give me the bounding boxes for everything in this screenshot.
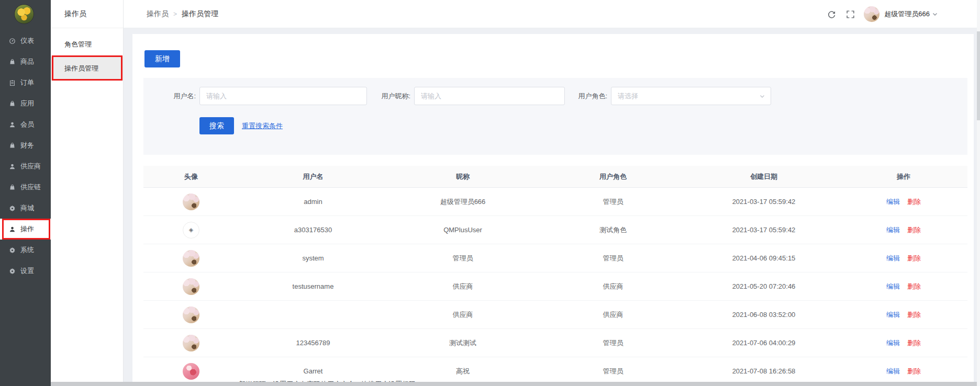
created-cell: 2021-07-08 16:26:58 (688, 367, 840, 375)
role-select[interactable]: 请选择 (611, 87, 771, 105)
nickname-cell: 供应商 (387, 310, 538, 320)
search-field-nickname: 用户昵称: (366, 87, 565, 105)
sidebar-item-dashboard[interactable]: 仪表 (0, 30, 51, 51)
edit-link[interactable]: 编辑 (886, 226, 900, 234)
sidebar-item-mall[interactable]: 商城 (0, 198, 51, 219)
actions-cell: 编辑删除 (840, 197, 967, 207)
vertical-scrollbar[interactable] (977, 0, 980, 386)
sidebar-item-label: 仪表 (20, 36, 34, 46)
sidebar-item-goods[interactable]: 商品 (0, 51, 51, 72)
field-label: 用户昵称: (366, 92, 410, 101)
select-placeholder: 请选择 (618, 92, 638, 101)
sidebar-item-suppliers[interactable]: 供应商 (0, 156, 51, 177)
sidebar-item-label: 设置 (20, 266, 34, 276)
sidebar-item-finance[interactable]: 财务 (0, 135, 51, 156)
sidebar-item-label: 供应链 (20, 183, 41, 192)
add-button[interactable]: 新增 (144, 50, 180, 67)
user-icon (9, 226, 16, 233)
refresh-icon[interactable] (827, 10, 836, 19)
edit-link[interactable]: 编辑 (886, 198, 900, 206)
table-row: 123456789测试测试管理员2021-07-06 04:00:29编辑删除 (143, 329, 967, 357)
app-root: 仪表商品订单应用会员财务供应商供应链商城操作系统设置 操作员 角色管理操作员管理… (0, 0, 980, 386)
horizontal-scrollbar[interactable] (51, 382, 980, 386)
flower-avatar (183, 363, 199, 380)
vertical-scrollbar-thumb[interactable] (977, 31, 980, 120)
sidebar-item-supply-chain[interactable]: 供应链 (0, 177, 51, 198)
search-panel: 用户名:用户昵称:用户角色:请选择 搜索 重置搜索条件 (143, 78, 967, 155)
sidebar-item-members[interactable]: 会员 (0, 114, 51, 135)
nickname-cell: 供应商 (387, 282, 538, 291)
username-input[interactable] (199, 87, 367, 105)
dog-avatar (183, 306, 199, 323)
delete-link[interactable]: 删除 (907, 339, 921, 347)
actions-cell: 编辑删除 (840, 282, 967, 291)
role-cell: 供应商 (538, 310, 688, 320)
created-cell: 2021-03-17 05:59:42 (688, 198, 840, 206)
delete-link[interactable]: 删除 (907, 254, 921, 262)
nickname-cell: 超级管理员666 (387, 197, 538, 207)
submenu-title: 操作员 (51, 0, 123, 28)
nickname-cell: QMPlusUser (387, 226, 538, 234)
user-menu[interactable]: 超级管理员666 (864, 6, 938, 22)
breadcrumb-item[interactable]: 操作员 (147, 9, 169, 19)
user-avatar (864, 6, 879, 22)
delete-link[interactable]: 删除 (907, 226, 921, 234)
delete-link[interactable]: 删除 (907, 198, 921, 206)
table-row: testusername供应商供应商2021-05-20 07:20:46编辑删… (143, 273, 967, 301)
nickname-cell: 管理员 (387, 254, 538, 263)
search-button[interactable]: 搜索 (199, 117, 234, 134)
sidebar-item-orders[interactable]: 订单 (0, 72, 51, 93)
username-cell: Garret (239, 367, 387, 375)
sidebar-item-apps[interactable]: 应用 (0, 93, 51, 114)
sidebar: 仪表商品订单应用会员财务供应商供应链商城操作系统设置 (0, 0, 51, 386)
workspace-avatar[interactable] (14, 4, 34, 24)
sidebar-item-label: 应用 (20, 99, 34, 108)
role-cell: 管理员 (538, 338, 688, 348)
submenu-item-operator-management[interactable]: 操作员管理 (51, 56, 123, 81)
user-name: 超级管理员666 (884, 9, 930, 19)
role-cell: 管理员 (538, 197, 688, 207)
column-header: 昵称 (387, 172, 538, 181)
created-cell: 2021-07-06 04:00:29 (688, 339, 840, 347)
delete-link[interactable]: 删除 (907, 367, 921, 375)
table-row: admin超级管理员666管理员2021-03-17 05:59:42编辑删除 (143, 188, 967, 216)
breadcrumb: 操作员>操作员管理 (147, 0, 218, 28)
column-header: 操作 (840, 172, 967, 181)
bag-icon (9, 184, 16, 191)
sidebar-item-system[interactable]: 系统 (0, 240, 51, 260)
bag-icon (9, 59, 16, 65)
nickname-input[interactable] (414, 87, 565, 105)
edit-link[interactable]: 编辑 (886, 339, 900, 347)
created-cell: 2021-05-20 07:20:46 (688, 282, 840, 290)
gauge-icon (9, 38, 16, 44)
edit-link[interactable]: 编辑 (886, 311, 900, 319)
user-icon (9, 121, 16, 128)
edit-link[interactable]: 编辑 (886, 254, 900, 262)
role-cell: 管理员 (538, 367, 688, 376)
chevron-down-icon (932, 11, 938, 17)
sidebar-item-operations[interactable]: 操作 (0, 219, 51, 240)
search-field-role: 用户角色:请选择 (571, 87, 771, 105)
edit-link[interactable]: 编辑 (886, 367, 900, 375)
sidebar-item-label: 商品 (20, 57, 34, 66)
column-header: 用户名 (239, 172, 387, 181)
fullscreen-icon[interactable] (846, 10, 855, 19)
delete-link[interactable]: 删除 (907, 311, 921, 319)
delete-link[interactable]: 删除 (907, 282, 921, 290)
sidebar-item-settings[interactable]: 设置 (0, 260, 51, 281)
submenu-item-role-management[interactable]: 角色管理 (51, 32, 123, 56)
edit-link[interactable]: 编辑 (886, 282, 900, 290)
sidebar-item-label: 订单 (20, 78, 34, 87)
created-cell: 2021-06-08 03:52:00 (688, 311, 840, 319)
order-icon (9, 80, 16, 86)
logo-avatar: ◈ (183, 222, 199, 239)
table-header: 头像用户名昵称用户角色创建日期操作 (143, 166, 967, 188)
submenu-panel: 操作员 角色管理操作员管理 (51, 0, 124, 386)
reset-search-link[interactable]: 重置搜索条件 (242, 117, 283, 134)
breadcrumb-item: 操作员管理 (182, 9, 218, 19)
breadcrumb-separator: > (173, 10, 177, 18)
operators-table: 头像用户名昵称用户角色创建日期操作 admin超级管理员666管理员2021-0… (143, 166, 967, 385)
topbar: 操作员>操作员管理 超级管理员666 (124, 0, 980, 28)
role-cell: 测试角色 (538, 225, 688, 235)
chevron-down-icon (759, 93, 765, 99)
